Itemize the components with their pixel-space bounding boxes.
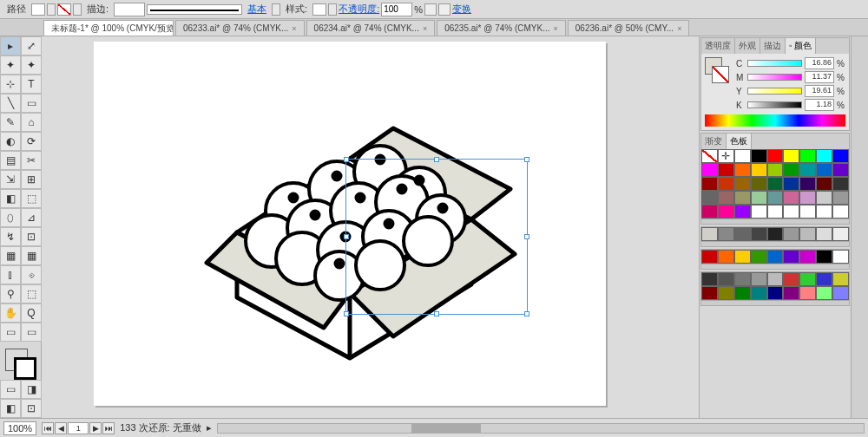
swatch[interactable] <box>783 272 799 286</box>
tool-button[interactable]: ▸ <box>0 36 21 55</box>
swatch[interactable] <box>783 227 799 241</box>
swatch[interactable] <box>718 272 734 286</box>
tool-button[interactable]: ⊞ <box>21 170 42 189</box>
swatch[interactable] <box>751 250 767 264</box>
tool-button[interactable]: ⚲ <box>0 284 21 303</box>
status-menu-arrow[interactable]: ▸ <box>207 422 212 434</box>
swatch[interactable] <box>816 177 832 191</box>
document-tab[interactable]: 未标题-1* @ 100% (CMYK/预览)× <box>43 20 174 36</box>
tool-button[interactable]: ⇲ <box>0 170 21 189</box>
panel-tab[interactable]: 渐变 <box>701 134 727 149</box>
tool-button[interactable]: ✎ <box>0 113 21 132</box>
swatch[interactable] <box>799 272 816 286</box>
swatch[interactable] <box>718 191 734 205</box>
swatch[interactable] <box>816 286 832 300</box>
stroke-profile-label[interactable]: 基本 <box>247 3 266 16</box>
stroke-style-preview[interactable] <box>147 4 242 15</box>
recolor-icon[interactable] <box>424 3 437 16</box>
fill-swatch[interactable] <box>31 3 45 16</box>
swatch[interactable] <box>767 191 784 205</box>
swatch[interactable] <box>783 205 799 218</box>
tool-button[interactable]: ⊡ <box>21 227 42 246</box>
swatch[interactable] <box>832 286 849 300</box>
swatch[interactable] <box>799 149 816 163</box>
swatch[interactable] <box>718 177 734 191</box>
swatch[interactable] <box>734 227 751 241</box>
tool-button[interactable]: T <box>21 75 42 94</box>
swatch[interactable] <box>734 272 751 286</box>
stroke-color-box[interactable] <box>14 357 36 380</box>
document-tab[interactable]: 06236.ai* @ 50% (CMY...× <box>568 20 690 36</box>
swatch[interactable] <box>718 227 734 241</box>
fill-dropdown[interactable] <box>47 3 56 16</box>
tool-button[interactable]: ⊹ <box>0 75 21 94</box>
swatch[interactable] <box>751 177 767 191</box>
black-slider[interactable] <box>747 101 802 108</box>
magenta-slider[interactable] <box>747 74 802 81</box>
swatch[interactable] <box>832 250 849 264</box>
draw-mode-icon[interactable]: ◧ <box>0 399 21 418</box>
swatch[interactable] <box>816 250 832 264</box>
swatch[interactable] <box>734 286 751 300</box>
prev-artboard-button[interactable]: ◀ <box>55 422 67 434</box>
swatch[interactable] <box>751 163 767 177</box>
swatch[interactable] <box>783 250 799 264</box>
cyan-value[interactable]: 16.86 <box>805 57 834 69</box>
swatch[interactable] <box>816 149 832 163</box>
tool-button[interactable]: ⬚ <box>21 189 42 208</box>
artboard-number[interactable]: 1 <box>68 422 89 434</box>
swatch[interactable] <box>816 191 832 205</box>
swatch[interactable] <box>832 227 849 241</box>
tool-button[interactable]: ⫿ <box>0 265 21 284</box>
swatch[interactable] <box>701 272 718 286</box>
swatch[interactable] <box>799 191 816 205</box>
change-screen-icon[interactable]: ⊡ <box>21 399 42 418</box>
close-icon[interactable]: × <box>292 24 296 33</box>
panel-tab[interactable]: 外观 <box>735 38 760 54</box>
tool-button[interactable]: ╲ <box>0 94 21 113</box>
swatch[interactable] <box>799 177 816 191</box>
swatch[interactable] <box>734 191 751 205</box>
tool-button[interactable]: ▦ <box>21 246 42 265</box>
stroke-swatch[interactable] <box>57 3 71 16</box>
tool-button[interactable]: ⤢ <box>21 36 42 55</box>
swatch[interactable] <box>751 286 767 300</box>
swatch[interactable] <box>718 149 734 163</box>
swatch[interactable] <box>767 177 784 191</box>
swatch[interactable] <box>701 227 718 241</box>
magenta-value[interactable]: 11.37 <box>805 71 834 83</box>
swatch[interactable] <box>832 272 849 286</box>
swatch[interactable] <box>767 205 784 218</box>
close-icon[interactable]: × <box>554 24 558 33</box>
horizontal-scrollbar[interactable] <box>217 423 865 434</box>
color-spectrum[interactable] <box>705 114 845 127</box>
swatch[interactable] <box>767 163 784 177</box>
swatch[interactable] <box>718 286 734 300</box>
black-value[interactable]: 1.18 <box>805 99 834 111</box>
swatch[interactable] <box>832 205 849 218</box>
panel-tab[interactable]: 描边 <box>760 38 786 54</box>
swatch[interactable] <box>799 286 816 300</box>
tool-button[interactable]: ⬚ <box>21 284 42 303</box>
stroke-weight-input[interactable] <box>114 3 145 16</box>
swatch[interactable] <box>767 250 784 264</box>
tool-button[interactable]: ✂ <box>21 151 42 170</box>
swatch[interactable] <box>767 149 784 163</box>
tool-button[interactable]: ◐ <box>0 132 21 151</box>
swatch[interactable] <box>751 149 767 163</box>
opacity-input[interactable] <box>381 3 412 16</box>
swatch[interactable] <box>783 286 799 300</box>
selection-bounds[interactable] <box>345 159 528 315</box>
zoom-level[interactable]: 100% <box>3 421 36 435</box>
tool-button[interactable]: ⬯ <box>0 208 21 227</box>
swatch[interactable] <box>799 250 816 264</box>
swatch[interactable] <box>718 205 734 218</box>
swatch[interactable] <box>816 205 832 218</box>
collapsed-panel-bar[interactable] <box>851 36 868 418</box>
panel-tab[interactable]: ◦ 颜色 <box>786 38 816 54</box>
document-tab[interactable]: 06233.ai* @ 74% (CMYK...× <box>175 20 305 36</box>
align-icon[interactable] <box>438 3 450 16</box>
tool-button[interactable]: ◧ <box>0 189 21 208</box>
tool-button[interactable]: ⟐ <box>21 265 42 284</box>
tool-button[interactable]: ⊿ <box>21 208 42 227</box>
